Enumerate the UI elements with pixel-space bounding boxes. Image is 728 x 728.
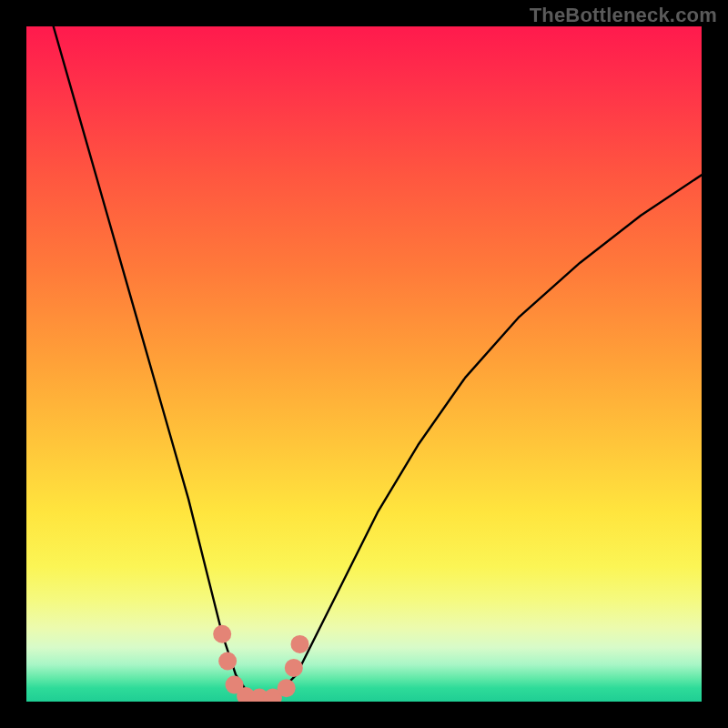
plot-area	[26, 26, 702, 702]
marker-dot	[278, 679, 296, 697]
marker-dot	[218, 652, 237, 670]
marker-dot	[213, 625, 231, 643]
chart-svg	[26, 26, 702, 702]
marker-dot	[291, 635, 309, 653]
chart-frame: TheBottleneck.com	[0, 0, 728, 728]
watermark-text: TheBottleneck.com	[530, 4, 717, 27]
marker-dot	[285, 659, 303, 677]
curve-path	[54, 26, 702, 698]
bottleneck-minimum-dots	[213, 625, 308, 702]
bottleneck-curve	[54, 26, 702, 698]
